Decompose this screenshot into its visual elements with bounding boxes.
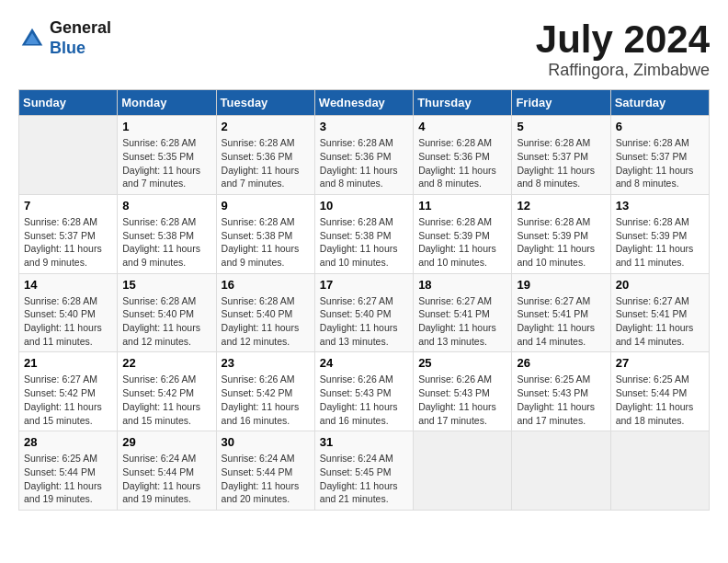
week-row-3: 14Sunrise: 6:28 AMSunset: 5:40 PMDayligh… [19, 273, 710, 352]
day-number: 1 [122, 120, 210, 133]
day-number: 14 [24, 278, 112, 292]
day-info: Sunrise: 6:28 AMSunset: 5:40 PMDaylight:… [122, 294, 210, 349]
day-info: Sunrise: 6:25 AMSunset: 5:44 PMDaylight:… [616, 373, 704, 427]
day-number: 17 [320, 278, 408, 292]
day-number: 31 [320, 435, 408, 449]
table-row [610, 431, 709, 511]
title-section: July 2024 Raffingora, Zimbabwe [536, 18, 710, 80]
table-row: 21Sunrise: 6:27 AMSunset: 5:42 PMDayligh… [19, 352, 118, 431]
logo: General Blue [18, 18, 111, 58]
day-info: Sunrise: 6:25 AMSunset: 5:43 PMDaylight:… [517, 373, 605, 427]
day-number: 2 [222, 120, 310, 133]
table-row: 27Sunrise: 6:25 AMSunset: 5:44 PMDayligh… [610, 352, 709, 431]
day-number: 4 [418, 120, 506, 133]
day-number: 20 [616, 278, 704, 292]
day-info: Sunrise: 6:28 AMSunset: 5:40 PMDaylight:… [24, 294, 112, 349]
table-row: 7Sunrise: 6:28 AMSunset: 5:37 PMDaylight… [19, 194, 118, 273]
day-number: 7 [24, 199, 112, 213]
day-info: Sunrise: 6:28 AMSunset: 5:37 PMDaylight:… [24, 215, 112, 270]
day-info: Sunrise: 6:28 AMSunset: 5:35 PMDaylight:… [122, 136, 210, 190]
day-number: 5 [517, 120, 605, 133]
day-number: 9 [222, 199, 310, 213]
day-number: 24 [320, 356, 408, 370]
table-row: 11Sunrise: 6:28 AMSunset: 5:39 PMDayligh… [414, 194, 512, 273]
table-row: 24Sunrise: 6:26 AMSunset: 5:43 PMDayligh… [314, 352, 413, 431]
table-row: 22Sunrise: 6:26 AMSunset: 5:42 PMDayligh… [118, 352, 216, 431]
header-thursday: Thursday [414, 90, 512, 116]
day-info: Sunrise: 6:28 AMSunset: 5:37 PMDaylight:… [616, 136, 704, 190]
day-info: Sunrise: 6:27 AMSunset: 5:42 PMDaylight:… [24, 373, 112, 427]
day-info: Sunrise: 6:26 AMSunset: 5:42 PMDaylight:… [122, 373, 210, 427]
header-saturday: Saturday [610, 90, 709, 116]
day-info: Sunrise: 6:28 AMSunset: 5:37 PMDaylight:… [517, 136, 605, 190]
day-info: Sunrise: 6:28 AMSunset: 5:40 PMDaylight:… [222, 294, 310, 349]
day-info: Sunrise: 6:26 AMSunset: 5:42 PMDaylight:… [222, 373, 310, 427]
day-info: Sunrise: 6:27 AMSunset: 5:41 PMDaylight:… [418, 294, 506, 349]
header-tuesday: Tuesday [216, 90, 314, 116]
table-row: 28Sunrise: 6:25 AMSunset: 5:44 PMDayligh… [19, 431, 118, 511]
day-number: 28 [24, 435, 112, 449]
day-info: Sunrise: 6:28 AMSunset: 5:38 PMDaylight:… [122, 215, 210, 270]
month-title: July 2024 [536, 18, 710, 61]
logo-line1: General [50, 18, 111, 39]
table-row: 13Sunrise: 6:28 AMSunset: 5:39 PMDayligh… [610, 194, 709, 273]
day-number: 16 [222, 278, 310, 292]
table-row: 14Sunrise: 6:28 AMSunset: 5:40 PMDayligh… [19, 273, 118, 352]
table-row: 12Sunrise: 6:28 AMSunset: 5:39 PMDayligh… [512, 194, 610, 273]
table-row: 25Sunrise: 6:26 AMSunset: 5:43 PMDayligh… [414, 352, 512, 431]
day-number: 3 [320, 120, 408, 133]
day-number: 25 [418, 356, 506, 370]
day-number: 15 [122, 278, 210, 292]
header-wednesday: Wednesday [314, 90, 413, 116]
table-row: 19Sunrise: 6:27 AMSunset: 5:41 PMDayligh… [512, 273, 610, 352]
table-row [19, 116, 118, 195]
table-row: 6Sunrise: 6:28 AMSunset: 5:37 PMDaylight… [610, 116, 709, 195]
day-number: 13 [616, 199, 704, 213]
day-number: 8 [122, 199, 210, 213]
day-info: Sunrise: 6:24 AMSunset: 5:44 PMDaylight:… [222, 452, 310, 506]
table-row [512, 431, 610, 511]
logo-icon [18, 25, 46, 52]
day-number: 18 [418, 278, 506, 292]
logo-line2: Blue [50, 39, 111, 59]
day-info: Sunrise: 6:28 AMSunset: 5:39 PMDaylight:… [418, 215, 506, 270]
table-row: 29Sunrise: 6:24 AMSunset: 5:44 PMDayligh… [118, 431, 216, 511]
day-info: Sunrise: 6:25 AMSunset: 5:44 PMDaylight:… [24, 452, 112, 506]
table-row: 15Sunrise: 6:28 AMSunset: 5:40 PMDayligh… [118, 273, 216, 352]
day-info: Sunrise: 6:27 AMSunset: 5:41 PMDaylight:… [517, 294, 605, 349]
table-row: 18Sunrise: 6:27 AMSunset: 5:41 PMDayligh… [414, 273, 512, 352]
week-row-5: 28Sunrise: 6:25 AMSunset: 5:44 PMDayligh… [19, 431, 710, 511]
table-row: 1Sunrise: 6:28 AMSunset: 5:35 PMDaylight… [118, 116, 216, 195]
table-row: 10Sunrise: 6:28 AMSunset: 5:38 PMDayligh… [314, 194, 413, 273]
day-info: Sunrise: 6:26 AMSunset: 5:43 PMDaylight:… [418, 373, 506, 427]
page-header: General Blue July 2024 Raffingora, Zimba… [18, 18, 710, 80]
day-info: Sunrise: 6:24 AMSunset: 5:45 PMDaylight:… [320, 452, 408, 506]
week-row-1: 1Sunrise: 6:28 AMSunset: 5:35 PMDaylight… [19, 116, 710, 195]
table-row: 30Sunrise: 6:24 AMSunset: 5:44 PMDayligh… [216, 431, 314, 511]
table-row [414, 431, 512, 511]
day-number: 21 [24, 356, 112, 370]
table-row: 4Sunrise: 6:28 AMSunset: 5:36 PMDaylight… [414, 116, 512, 195]
table-row: 5Sunrise: 6:28 AMSunset: 5:37 PMDaylight… [512, 116, 610, 195]
day-number: 30 [222, 435, 310, 449]
table-row: 9Sunrise: 6:28 AMSunset: 5:38 PMDaylight… [216, 194, 314, 273]
day-number: 12 [517, 199, 605, 213]
table-row: 8Sunrise: 6:28 AMSunset: 5:38 PMDaylight… [118, 194, 216, 273]
week-row-2: 7Sunrise: 6:28 AMSunset: 5:37 PMDaylight… [19, 194, 710, 273]
day-info: Sunrise: 6:27 AMSunset: 5:41 PMDaylight:… [616, 294, 704, 349]
day-info: Sunrise: 6:28 AMSunset: 5:36 PMDaylight:… [418, 136, 506, 190]
day-info: Sunrise: 6:28 AMSunset: 5:38 PMDaylight:… [222, 215, 310, 270]
day-info: Sunrise: 6:28 AMSunset: 5:38 PMDaylight:… [320, 215, 408, 270]
day-number: 27 [616, 356, 704, 370]
header-sunday: Sunday [19, 90, 118, 116]
day-number: 23 [222, 356, 310, 370]
header-row: SundayMondayTuesdayWednesdayThursdayFrid… [19, 90, 710, 116]
table-row: 31Sunrise: 6:24 AMSunset: 5:45 PMDayligh… [314, 431, 413, 511]
table-row: 2Sunrise: 6:28 AMSunset: 5:36 PMDaylight… [216, 116, 314, 195]
day-number: 19 [517, 278, 605, 292]
day-number: 6 [616, 120, 704, 133]
day-number: 26 [517, 356, 605, 370]
day-info: Sunrise: 6:24 AMSunset: 5:44 PMDaylight:… [122, 452, 210, 506]
calendar-table: SundayMondayTuesdayWednesdayThursdayFrid… [18, 89, 710, 511]
day-number: 11 [418, 199, 506, 213]
